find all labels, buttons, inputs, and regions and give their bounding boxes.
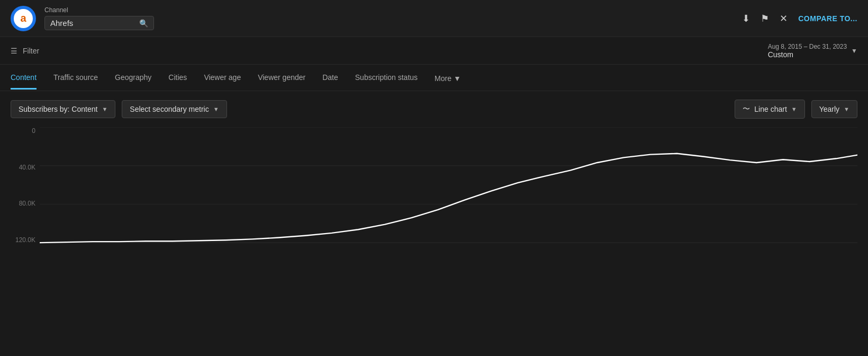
chart-svg-wrap <box>40 127 857 244</box>
y-axis-labels: 120.0K 80.0K 40.0K 0 <box>11 127 40 244</box>
time-period-label: Yearly <box>819 105 839 113</box>
channel-logo: a <box>11 6 36 31</box>
controls-left: Subscribers by: Content ▼ Select seconda… <box>11 100 227 118</box>
chart-container: 120.0K 80.0K 40.0K 0 <box>11 127 857 254</box>
filter-left[interactable]: ☰ Filter <box>11 47 39 55</box>
date-range-section: Aug 8, 2015 – Dec 31, 2023 Custom <box>768 43 847 59</box>
y-label-1: 80.0K <box>11 200 40 207</box>
y-label-3: 0 <box>11 127 40 135</box>
tab-content[interactable]: Content <box>11 73 37 90</box>
time-period-arrow-icon: ▼ <box>844 106 849 112</box>
tab-viewer-age[interactable]: Viewer age <box>204 73 241 90</box>
close-button[interactable]: ✕ <box>780 13 788 24</box>
y-label-0: 120.0K <box>11 236 40 244</box>
primary-metric-label: Subscribers by: Content <box>19 105 97 113</box>
tab-traffic-source[interactable]: Traffic source <box>53 73 98 90</box>
notification-button[interactable]: ⚑ <box>761 13 769 24</box>
channel-input[interactable] <box>50 19 135 28</box>
line-chart-svg <box>40 127 857 244</box>
secondary-metric-arrow-icon: ▼ <box>213 106 219 112</box>
filter-bar: ☰ Filter Aug 8, 2015 – Dec 31, 2023 Cust… <box>0 37 868 65</box>
y-label-2: 40.0K <box>11 164 40 171</box>
channel-section: Channel 🔍 <box>44 6 154 30</box>
tab-date[interactable]: Date <box>322 73 338 90</box>
logo-letter: a <box>14 9 33 28</box>
chart-type-label: Line chart <box>754 105 786 113</box>
filter-icon: ☰ <box>11 47 17 55</box>
channel-input-wrap[interactable]: 🔍 <box>44 16 154 30</box>
line-chart-icon: 〜 <box>743 104 750 114</box>
channel-label: Channel <box>44 6 154 14</box>
tab-geography[interactable]: Geography <box>115 73 151 90</box>
chart-area: 120.0K 80.0K 40.0K 0 <box>0 127 868 356</box>
chart-polyline <box>40 154 857 243</box>
chart-type-dropdown[interactable]: 〜 Line chart ▼ <box>735 100 804 119</box>
filter-label: Filter <box>23 47 39 55</box>
tab-more[interactable]: More ▼ <box>435 74 461 89</box>
time-period-dropdown[interactable]: Yearly ▼ <box>811 100 857 118</box>
controls-row: Subscribers by: Content ▼ Select seconda… <box>0 91 868 127</box>
controls-right: 〜 Line chart ▼ Yearly ▼ <box>735 100 857 119</box>
primary-metric-dropdown[interactable]: Subscribers by: Content ▼ <box>11 100 115 118</box>
tab-viewer-gender[interactable]: Viewer gender <box>258 73 305 90</box>
top-bar-right: ⬇ ⚑ ✕ COMPARE TO... <box>742 13 857 24</box>
top-bar-left: a Channel 🔍 <box>11 6 154 31</box>
secondary-metric-dropdown[interactable]: Select secondary metric ▼ <box>122 100 227 118</box>
tab-subscription-status[interactable]: Subscription status <box>355 73 418 90</box>
chart-type-arrow-icon: ▼ <box>791 106 797 112</box>
main-content: ☰ Filter Aug 8, 2015 – Dec 31, 2023 Cust… <box>0 37 868 356</box>
filter-right: Aug 8, 2015 – Dec 31, 2023 Custom ▼ <box>768 43 857 59</box>
tab-cities[interactable]: Cities <box>168 73 187 90</box>
download-button[interactable]: ⬇ <box>742 13 750 24</box>
tab-nav: Content Traffic source Geography Cities … <box>0 65 868 91</box>
more-chevron-icon: ▼ <box>454 74 461 83</box>
date-range-text: Aug 8, 2015 – Dec 31, 2023 <box>768 43 847 50</box>
compare-to-button[interactable]: COMPARE TO... <box>798 14 857 23</box>
date-dropdown-arrow[interactable]: ▼ <box>851 47 857 55</box>
top-bar: a Channel 🔍 ⬇ ⚑ ✕ COMPARE TO... <box>0 0 868 37</box>
channel-search-icon: 🔍 <box>139 19 148 28</box>
date-mode-value: Custom <box>768 50 847 59</box>
secondary-metric-label: Select secondary metric <box>130 105 209 113</box>
primary-metric-arrow-icon: ▼ <box>102 106 107 112</box>
